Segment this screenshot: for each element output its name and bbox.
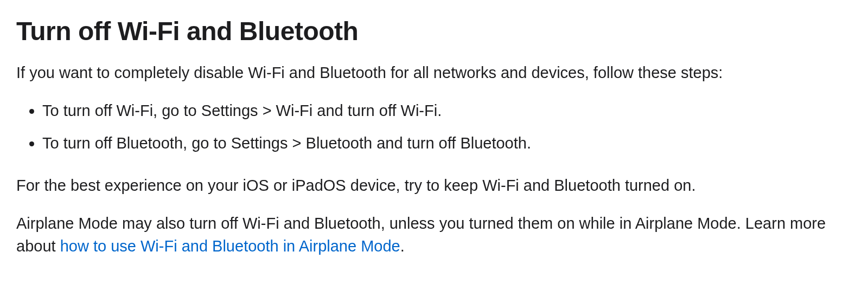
airplane-paragraph: Airplane Mode may also turn off Wi-Fi an… (16, 212, 852, 257)
list-item: To turn off Wi-Fi, go to Settings > Wi-F… (42, 99, 852, 122)
steps-list: To turn off Wi-Fi, go to Settings > Wi-F… (16, 99, 852, 154)
airplane-mode-link[interactable]: how to use Wi-Fi and Bluetooth in Airpla… (60, 237, 400, 255)
section-heading: Turn off Wi-Fi and Bluetooth (16, 16, 852, 46)
note-paragraph: For the best experience on your iOS or i… (16, 174, 852, 197)
airplane-post-text: . (400, 237, 405, 255)
intro-paragraph: If you want to completely disable Wi-Fi … (16, 61, 852, 84)
list-item: To turn off Bluetooth, go to Settings > … (42, 132, 852, 154)
